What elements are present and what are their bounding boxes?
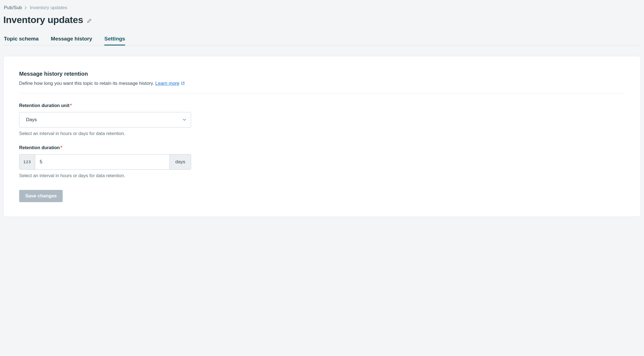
retention-unit-help: Select an interval in hours or days for … [19,131,625,136]
tabs: Topic schema Message history Settings [3,33,641,45]
retention-duration-help: Select an interval in hours or days for … [19,173,625,178]
chevron-right-icon [25,6,27,9]
retention-duration-suffix: days [169,154,191,169]
breadcrumb: Pub/Sub Inventory updates [3,3,641,14]
divider [19,93,625,93]
retention-duration-input[interactable] [35,154,169,169]
tab-topic-schema[interactable]: Topic schema [4,33,39,45]
save-changes-button[interactable]: Save changes [19,190,63,202]
external-link-icon [181,82,185,85]
edit-icon[interactable] [87,17,92,23]
settings-card: Message history retention Define how lon… [3,56,641,217]
tab-message-history[interactable]: Message history [51,33,92,45]
section-title: Message history retention [19,71,625,77]
breadcrumb-current: Inventory updates [30,5,67,11]
tab-settings[interactable]: Settings [104,33,125,45]
section-description: Define how long you want this topic to r… [19,80,625,87]
retention-unit-select[interactable]: Days [19,112,191,128]
number-prefix-icon: 123 [19,154,35,169]
retention-duration-label: Retention duration* [19,145,625,150]
breadcrumb-root[interactable]: Pub/Sub [4,5,22,11]
learn-more-link[interactable]: Learn more [155,80,185,87]
retention-unit-label: Retention duration unit* [19,103,625,108]
page-title: Inventory updates [3,14,83,25]
